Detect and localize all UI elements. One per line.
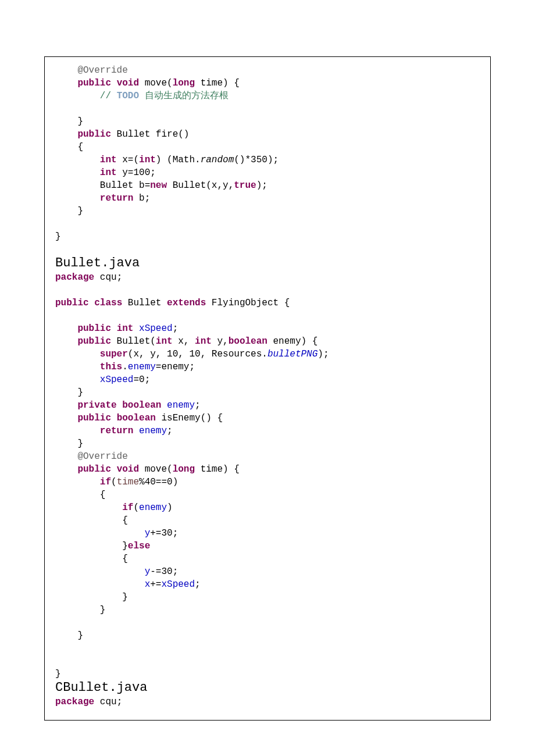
annotation: @Override (55, 65, 128, 76)
file-heading-bullet: Bullet.java (55, 256, 140, 270)
file-heading-cbullet: CBullet.java (55, 680, 147, 695)
code-block: @Override public void move(long time) { … (55, 64, 480, 708)
page: @Override public void move(long time) { … (0, 0, 535, 756)
code-frame: @Override public void move(long time) { … (44, 56, 491, 721)
